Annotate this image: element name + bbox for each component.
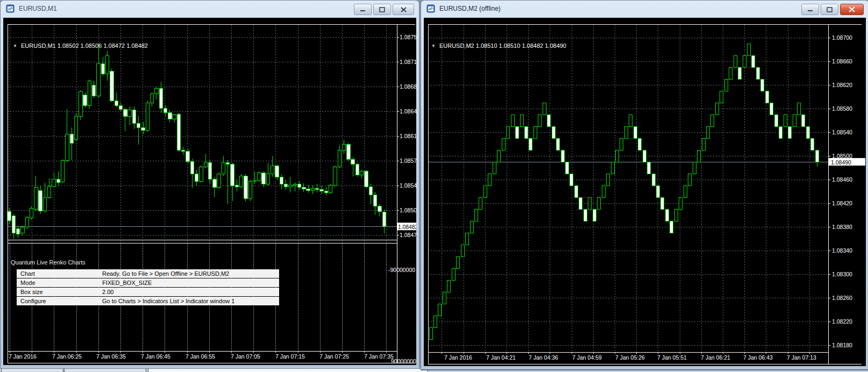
candle: [271, 166, 274, 174]
bid-price-label: 1.08482: [398, 224, 416, 230]
renko-brick: [597, 197, 601, 209]
renko-brick: [493, 162, 496, 174]
expand-arrow-icon[interactable]: ▼: [431, 44, 436, 48]
renko-brick: [561, 150, 564, 162]
y-axis-label: 1.08460: [832, 176, 852, 183]
renko-brick: [443, 292, 446, 304]
window-eurusd-m2-offline: EURUSD,M2 (offline) 1.087001.086601.0862…: [421, 0, 868, 370]
candle: [293, 184, 296, 185]
renko-brick: [679, 197, 682, 209]
renko-brick: [743, 55, 746, 67]
candle: [235, 185, 238, 187]
renko-brick: [552, 126, 555, 138]
renko-brick: [802, 115, 805, 126]
renko-brick: [524, 126, 528, 138]
candle: [204, 163, 207, 167]
renko-brick: [607, 174, 610, 185]
indicator-title: Quantum Live Renko Charts: [11, 259, 86, 266]
x-axis-label: 7 Jan 06:21: [701, 354, 730, 361]
x-axis-label: 7 Jan 07:13: [787, 354, 816, 361]
candle: [258, 173, 261, 180]
candle: [105, 55, 109, 74]
renko-brick: [811, 138, 814, 150]
renko-brick: [724, 79, 728, 91]
candle: [311, 188, 314, 190]
renko-brick: [648, 162, 651, 174]
candle: [338, 150, 341, 167]
expand-arrow-icon[interactable]: ▼: [13, 44, 17, 48]
y-axis-label: 1.08540: [832, 129, 852, 135]
chart-m2-canvas[interactable]: 1.087001.086601.086201.085801.085401.085…: [424, 18, 866, 366]
renko-brick: [652, 174, 655, 185]
maximize-button[interactable]: [821, 4, 838, 15]
minimize-button[interactable]: [354, 4, 372, 15]
row-label: Box size: [17, 288, 102, 296]
background-window-edge: [1, 368, 63, 372]
candle: [48, 186, 51, 197]
maximize-button[interactable]: [373, 4, 391, 15]
renko-brick: [665, 209, 668, 221]
renko-brick: [520, 115, 523, 126]
renko-brick: [693, 162, 696, 174]
candle: [297, 184, 301, 188]
candle: [8, 212, 11, 221]
row-label: Chart: [17, 269, 102, 278]
renko-brick: [579, 197, 582, 209]
chart-icon: [426, 4, 435, 13]
titlebar-m2[interactable]: EURUSD,M2 (offline): [421, 1, 868, 18]
renko-brick: [547, 115, 551, 126]
renko-brick: [702, 138, 705, 150]
renko-brick: [806, 126, 809, 138]
candle: [83, 95, 87, 106]
renko-brick: [570, 174, 573, 185]
renko-brick: [634, 126, 637, 138]
renko-brick: [543, 103, 546, 115]
close-button[interactable]: [393, 4, 414, 15]
table-row: ModeFIXED_BOX_SIZE: [17, 278, 279, 287]
renko-brick: [507, 126, 510, 138]
y-axis-label: 1.08645: [400, 108, 416, 115]
window-eurusd-m1: EURUSD,M1 1.087501.087151.086801.086451.…: [0, 0, 419, 369]
candle: [382, 212, 386, 226]
candle: [61, 161, 64, 182]
renko-brick: [479, 197, 482, 209]
candle: [146, 103, 149, 130]
renko-brick: [452, 268, 455, 280]
renko-brick: [538, 115, 542, 126]
titlebar-m1[interactable]: EURUSD,M1: [1, 1, 419, 18]
renko-brick: [711, 115, 714, 126]
window-title: EURUSD,M2 (offline): [439, 5, 501, 12]
indicator-scale-min: 90000000: [391, 358, 416, 364]
close-button[interactable]: [840, 4, 864, 15]
renko-brick: [670, 221, 673, 233]
candle: [150, 94, 153, 103]
renko-brick: [488, 174, 492, 185]
candle: [195, 174, 198, 181]
chart-m1-canvas[interactable]: 1.087501.087151.086801.086451.086101.085…: [3, 18, 416, 365]
renko-brick: [815, 150, 819, 162]
minimize-button[interactable]: [801, 4, 819, 15]
candle: [115, 101, 118, 105]
candle: [101, 64, 104, 74]
renko-brick: [738, 67, 742, 79]
renko-brick: [533, 126, 537, 138]
candle: [253, 181, 256, 182]
y-axis-label: 1.08420: [832, 200, 852, 206]
renko-brick: [784, 115, 787, 126]
x-axis-label: 7 Jan 04:36: [529, 354, 558, 361]
candle: [93, 85, 96, 96]
candle: [226, 163, 230, 164]
candle: [88, 81, 91, 105]
candle: [217, 174, 220, 188]
x-axis-label: 7 Jan 06:45: [141, 353, 170, 360]
candle: [110, 71, 113, 101]
renko-brick: [734, 55, 737, 67]
background-window-edge: [421, 370, 868, 370]
candle: [168, 113, 172, 119]
candle: [128, 110, 131, 116]
candle: [342, 145, 345, 151]
renko-brick: [779, 126, 782, 138]
candle: [324, 191, 328, 193]
renko-brick: [602, 185, 605, 197]
y-axis-label: 1.08680: [400, 83, 416, 90]
